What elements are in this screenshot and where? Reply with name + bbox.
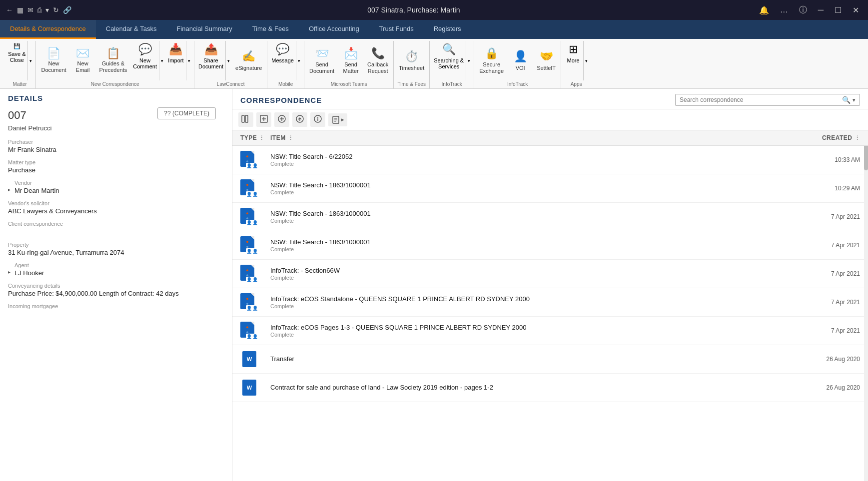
email-icon[interactable]: ✉ — [27, 6, 33, 14]
send-document-btn[interactable]: 📨 SendDocument — [306, 41, 337, 80]
ribbon-group-matter: 💾 Save & Close ▾ Matter — [4, 41, 36, 88]
purchaser-value: Mr Frank Sinatra — [8, 146, 224, 153]
link-icon[interactable]: 🔗 — [63, 6, 71, 14]
share-document-split[interactable]: 📤 ShareDocument ▾ — [196, 41, 231, 80]
more-btn[interactable]: ⊞ More — [563, 41, 583, 80]
new-comment-split[interactable]: 💬 NewComment ▾ — [131, 41, 165, 80]
settleit-btn[interactable]: 🤝 SettleIT — [534, 41, 559, 80]
info-btn[interactable] — [310, 112, 325, 127]
message-split[interactable]: 💬 Message ▾ — [269, 41, 302, 80]
more-options-icon[interactable]: … — [777, 4, 791, 15]
print-icon[interactable]: ⎙ — [37, 6, 41, 14]
tab-office-accounting[interactable]: Office Accounting — [299, 20, 369, 39]
send-matter-icon: 📩 — [344, 47, 358, 60]
tab-details-correspondence[interactable]: Details & Correspondence — [0, 20, 96, 39]
tab-financial-summary[interactable]: Financial Summary — [166, 20, 242, 39]
type-col-menu[interactable]: ⋮ — [259, 135, 265, 141]
table-row[interactable]: ● ● 👤 👤 InfoTrack: eC — [232, 317, 868, 345]
scrollbar-track[interactable] — [864, 130, 868, 481]
help-icon[interactable]: ⓘ — [796, 4, 810, 16]
property-field: Property 31 Ku-ring-gai Avenue, Turramur… — [0, 239, 232, 259]
refresh-icon[interactable]: ↻ — [53, 6, 59, 14]
add-btn[interactable] — [274, 112, 289, 127]
vendors-solicitor-field: Vendor's solicitor ABC Lawyers & Conveya… — [0, 197, 232, 218]
send-matter-btn[interactable]: 📩 SendMatter — [338, 41, 363, 80]
table-row[interactable]: ● ● 👤 👤 NSW: Title Se — [232, 203, 868, 231]
table-row[interactable]: ● ● 👤 👤 NSW: Title Se — [232, 146, 868, 174]
col-created-header: CREATED ⋮ — [795, 134, 860, 141]
row6-name: InfoTrack: eCOS Standalone - QUEENS SQUA… — [270, 295, 795, 303]
doc-view-btn[interactable]: ▸ — [328, 113, 347, 126]
more-dropdown[interactable]: ▾ — [583, 41, 589, 80]
secure-exchange-btn[interactable]: 🔒 SecureExchange — [476, 41, 507, 80]
row3-type: ● ● 👤 👤 — [240, 208, 270, 226]
import-btn[interactable]: 📥 Import — [166, 41, 186, 80]
tab-registers[interactable]: Registers — [424, 20, 471, 39]
printer-dropdown[interactable]: ▾ — [45, 6, 49, 14]
property-label: Property — [8, 242, 224, 248]
message-btn[interactable]: 💬 Message — [269, 41, 296, 80]
table-row[interactable]: ● ● 👤 👤 NSW: Title Se — [232, 231, 868, 260]
new-comment-btn[interactable]: 💬 NewComment — [131, 41, 159, 80]
new-comment-dropdown[interactable]: ▾ — [159, 41, 165, 80]
tab-trust-funds[interactable]: Trust Funds — [369, 20, 424, 39]
import-dropdown[interactable]: ▾ — [186, 41, 192, 80]
item-col-menu[interactable]: ⋮ — [288, 135, 294, 141]
import-icon: 📥 — [169, 43, 182, 56]
close-btn[interactable]: ✕ — [850, 4, 862, 16]
conveyancing-value: Purchase Price: $4,900,000.00 Length of … — [8, 290, 224, 297]
doc-view-expand[interactable]: ▸ — [341, 116, 344, 123]
search-dropdown-icon[interactable]: ▾ — [853, 97, 856, 103]
searching-services-btn[interactable]: 🔍 Searching &Services — [432, 41, 466, 80]
created-col-menu[interactable]: ⋮ — [855, 135, 861, 141]
table-row[interactable]: W Transfer 26 Aug 2020 — [232, 345, 868, 374]
back-icon[interactable]: ← — [6, 6, 13, 14]
table-row[interactable]: ● ● 👤 👤 InfoTrack: - — [232, 260, 868, 288]
new-email-btn[interactable]: ✉️ NewEmail — [70, 41, 95, 80]
import-split[interactable]: 📥 Import ▾ — [166, 41, 192, 80]
save-close-btn[interactable]: 💾 Save & Close — [6, 41, 27, 80]
table-row[interactable]: W Contract for sale and purchase of land… — [232, 374, 868, 402]
new-document-icon: 📄 — [47, 48, 60, 59]
row5-status: Complete — [270, 275, 795, 281]
new-document-btn[interactable]: 📄 NewDocument — [38, 41, 69, 80]
view-columns-btn[interactable] — [238, 112, 253, 127]
more-split[interactable]: ⊞ More ▾ — [563, 41, 589, 80]
row3-name: NSW: Title Search - 1863/1000001 — [270, 210, 795, 217]
message-dropdown[interactable]: ▾ — [296, 41, 302, 80]
row2-name: NSW: Title Search - 1863/1000001 — [270, 181, 795, 189]
searching-services-split[interactable]: 🔍 Searching &Services ▾ — [432, 41, 472, 80]
export-btn[interactable] — [256, 112, 271, 127]
upload-btn[interactable] — [292, 112, 307, 127]
notification-icon[interactable]: 🔔 — [756, 4, 772, 16]
searching-dropdown[interactable]: ▾ — [466, 41, 472, 80]
tab-calendar-tasks[interactable]: Calendar & Tasks — [96, 20, 167, 39]
ribbon-group-lawconnect-label: LawConnect — [196, 80, 265, 88]
callback-request-btn[interactable]: 📞 CallbackRequest — [364, 41, 391, 80]
agent-field[interactable]: ▸ Agent LJ Hooker — [0, 259, 232, 280]
row2-created: 10:29 AM — [795, 185, 860, 192]
timesheet-btn[interactable]: ⏱️ Timesheet — [396, 41, 427, 80]
search-box[interactable]: 🔍 ▾ — [675, 94, 860, 106]
row6-item: InfoTrack: eCOS Standalone - QUEENS SQUA… — [270, 295, 795, 309]
search-icon: 🔍 — [842, 96, 851, 104]
status-button[interactable]: ?? (COMPLETE) — [157, 107, 216, 119]
save-close-dropdown[interactable]: ▾ — [27, 41, 33, 80]
matter-icon[interactable]: ▦ — [17, 6, 23, 14]
esignature-btn[interactable]: ✍️ eSignature — [232, 41, 265, 80]
table-row[interactable]: ● ● 👤 👤 InfoTrack: eC — [232, 288, 868, 317]
voi-btn[interactable]: 👤 VOI — [508, 41, 533, 80]
share-document-dropdown[interactable]: ▾ — [225, 41, 231, 80]
guides-precedents-btn[interactable]: 📋 Guides &Precedents — [96, 41, 130, 80]
row2-item: NSW: Title Search - 1863/1000001 Complet… — [270, 181, 795, 195]
share-document-btn[interactable]: 📤 ShareDocument — [196, 41, 225, 80]
ribbon-group-newcorr-label: New Correspondence — [38, 80, 191, 88]
tab-time-fees[interactable]: Time & Fees — [242, 20, 299, 39]
search-input[interactable] — [680, 96, 842, 103]
maximize-btn[interactable]: ☐ — [832, 4, 845, 16]
correspondence-panel: CORRESPONDENCE 🔍 ▾ — [232, 89, 868, 481]
save-close-split[interactable]: 💾 Save & Close ▾ — [6, 41, 33, 80]
table-row[interactable]: ● ● 👤 👤 NSW: Title Se — [232, 174, 868, 203]
vendor-field[interactable]: ▸ Vendor Mr Dean Martin — [0, 177, 232, 197]
minimize-btn[interactable]: ─ — [815, 4, 827, 15]
